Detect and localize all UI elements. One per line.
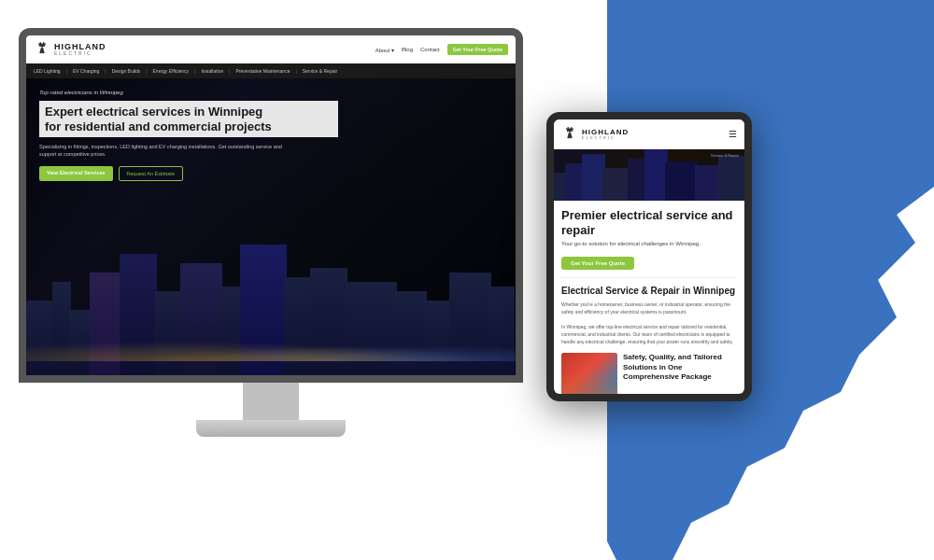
tablet-screen: HIGHLAND ELECTRIC ☰ xyxy=(554,119,744,394)
desktop-menu-bar: LED Lighting | EV Charging | Design Buil… xyxy=(26,63,516,78)
desktop-screen-inner: HIGHLAND ELECTRIC About ▾ Blog Contact G… xyxy=(26,35,516,375)
nav-about[interactable]: About ▾ xyxy=(375,47,394,53)
tablet-logo: HIGHLAND ELECTRIC xyxy=(561,126,629,143)
desktop-logo: HIGHLAND ELECTRIC xyxy=(34,41,106,58)
desktop-mockup: HIGHLAND ELECTRIC About ▾ Blog Contact G… xyxy=(19,28,523,485)
tablet-hamburger-icon[interactable]: ☰ xyxy=(729,129,737,139)
tablet-cta-button[interactable]: Get Your Free Quote xyxy=(561,257,634,270)
desktop-nav-links: About ▾ Blog Contact Get Your Free Quote xyxy=(375,44,508,55)
tablet-subtitle: Your go-to solution for electrical chall… xyxy=(561,241,737,246)
menu-preventative[interactable]: Preventative Maintenance xyxy=(236,68,290,74)
tablet-card-text: Safety, Quality, and Tailored Solutions … xyxy=(623,353,737,382)
desktop-site-nav: HIGHLAND ELECTRIC About ▾ Blog Contact G… xyxy=(26,35,516,63)
tablet-divider xyxy=(561,277,737,278)
desktop-logo-text: HIGHLAND ELECTRIC xyxy=(54,43,106,56)
tablet-body-text-1: Whether you're a homeowner, business own… xyxy=(561,301,737,315)
hero-description: Specializing in fittings, inspections, L… xyxy=(39,143,282,159)
tablet-deer-icon xyxy=(561,126,578,143)
tablet-nav: HIGHLAND ELECTRIC ☰ xyxy=(554,119,744,149)
menu-service[interactable]: Service & Repair xyxy=(303,68,338,74)
tablet-mockup: HIGHLAND ELECTRIC ☰ xyxy=(546,112,752,401)
deer-icon xyxy=(34,41,50,58)
tablet-card-overlay xyxy=(561,373,617,394)
menu-design[interactable]: Design Builds xyxy=(112,68,141,74)
nav-cta-button[interactable]: Get Your Free Quote xyxy=(447,44,508,55)
hero-title: Expert electrical services in Winnipeg f… xyxy=(39,101,338,137)
desktop-screen: HIGHLAND ELECTRIC About ▾ Blog Contact G… xyxy=(19,28,523,383)
hero-secondary-button[interactable]: Request An Estimate xyxy=(119,166,183,181)
monitor-neck xyxy=(243,383,299,420)
menu-ev[interactable]: EV Charging xyxy=(73,68,99,74)
tablet-body-text-2: In Winnipeg, we offer top-line electrica… xyxy=(561,323,737,345)
menu-led[interactable]: LED Lighting xyxy=(34,68,61,74)
tablet-card-image xyxy=(561,353,617,394)
desktop-hero: Top rated electricians in Winnipeg Exper… xyxy=(26,78,516,375)
menu-energy[interactable]: Energy Efficiency xyxy=(153,68,190,74)
hero-buttons: View Electrical Services Request An Esti… xyxy=(39,166,502,181)
nav-contact[interactable]: Contact xyxy=(420,47,440,52)
hero-title-line1: Expert electrical services in Winnipeg xyxy=(45,105,262,119)
hero-title-line2: for residential and commercial projects xyxy=(45,119,272,133)
menu-install[interactable]: Installation xyxy=(201,68,223,74)
tablet-card: Safety, Quality, and Tailored Solutions … xyxy=(561,353,737,394)
tablet-content: Premier electrical service and repair Yo… xyxy=(554,201,744,394)
logo-electric-text: ELECTRIC xyxy=(54,51,106,56)
tablet-card-title: Safety, Quality, and Tailored Solutions … xyxy=(623,353,737,382)
city-lights-glow xyxy=(26,333,516,361)
hero-primary-button[interactable]: View Electrical Services xyxy=(39,166,113,181)
tablet-hero-image: Service & Repair xyxy=(554,149,744,201)
tablet-section-title: Electrical Service & Repair in Winnipeg xyxy=(561,286,737,296)
tablet-logo-sub: ELECTRIC xyxy=(582,136,629,140)
tablet-main-title: Premier electrical service and repair xyxy=(561,208,737,237)
hero-text-content: Top rated electricians in Winnipeg Exper… xyxy=(39,90,502,181)
nav-blog[interactable]: Blog xyxy=(402,47,413,52)
monitor-base xyxy=(196,420,346,437)
tablet-hero-label: Service & Repair xyxy=(711,153,739,158)
hero-top-label: Top rated electricians in Winnipeg xyxy=(39,90,502,95)
tablet-frame: HIGHLAND ELECTRIC ☰ xyxy=(546,112,752,401)
